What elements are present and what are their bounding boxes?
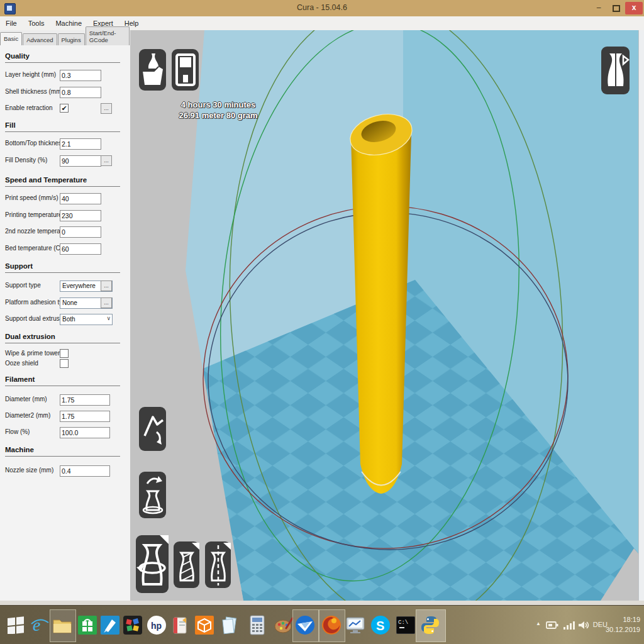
printing-temperature-input[interactable] xyxy=(60,210,101,221)
power-icon[interactable] xyxy=(546,621,558,632)
store-icon xyxy=(78,616,97,635)
save-toolpath-icon xyxy=(172,51,199,89)
volume-icon[interactable] xyxy=(579,621,590,632)
print-estimate: 4 hours 30 minutes 26.91 meter 80 gram xyxy=(149,99,287,121)
setting-row: Enable retraction ✔ ... xyxy=(5,103,125,116)
window-bottom-edge xyxy=(0,601,644,605)
system-monitor-icon[interactable] xyxy=(345,614,366,636)
second-nozzle-temperature-input[interactable] xyxy=(60,226,101,238)
palette-icon xyxy=(274,616,294,635)
retraction-more-button[interactable]: ... xyxy=(101,103,112,114)
terminal-icon: C:\ xyxy=(396,616,415,634)
setting-row: Bottom/Top thickness (mm) xyxy=(5,138,125,151)
menu-machine[interactable]: Machine xyxy=(50,16,87,30)
section-title: Filament xyxy=(0,375,130,384)
chevron-down-icon: ∨ xyxy=(106,315,111,321)
enable-retraction-checkbox[interactable]: ✔ xyxy=(60,104,69,113)
cube-icon xyxy=(195,616,214,635)
fill-more-button[interactable]: ... xyxy=(101,155,112,166)
internet-explorer-icon[interactable]: e xyxy=(29,614,50,636)
setting-label: Flow (%) xyxy=(5,428,30,435)
network-icon[interactable] xyxy=(564,621,575,632)
viewport-3d[interactable]: 4 hours 30 minutes 26.91 meter 80 gram xyxy=(130,30,638,601)
support-more-button[interactable]: ... xyxy=(101,280,112,291)
tab-advanced[interactable]: Advanced xyxy=(23,33,57,45)
fill-density-input[interactable] xyxy=(60,155,101,167)
rocket-icon xyxy=(101,616,119,635)
file-explorer-icon[interactable] xyxy=(52,614,73,636)
setting-label: Wipe & prime tower xyxy=(5,350,60,357)
restore-button[interactable] xyxy=(608,2,625,14)
bottom-top-thickness-input[interactable] xyxy=(60,138,101,150)
section-machine: Machine Nozzle size (mm) xyxy=(0,445,130,457)
nozzle-size-input[interactable] xyxy=(60,465,110,477)
rotate-reset-button[interactable] xyxy=(139,407,166,451)
windows-store-icon[interactable] xyxy=(77,614,98,636)
windows-start-button[interactable] xyxy=(5,614,26,636)
mirror-tool-button[interactable] xyxy=(205,541,231,588)
rocket-app-icon[interactable] xyxy=(99,614,121,636)
load-model-button[interactable] xyxy=(139,49,166,91)
rotate-reset-icon xyxy=(140,409,166,448)
menu-tools[interactable]: Tools xyxy=(23,16,50,30)
section-title: Machine xyxy=(0,445,130,455)
paint-app-icon[interactable] xyxy=(273,614,294,636)
settings-panel: Quality Layer height (mm) Shell thicknes… xyxy=(0,45,131,601)
tab-plugins[interactable]: Plugins xyxy=(58,33,85,45)
window-controls: – x xyxy=(590,2,643,14)
taskbar: e xyxy=(0,605,644,644)
filament-diameter2-input[interactable] xyxy=(60,411,110,422)
filament-diameter-input[interactable] xyxy=(60,394,110,406)
cura-window: Cura - 15.04.6 – x File Tools Machine Ex… xyxy=(0,0,644,644)
rotate-tool-button[interactable] xyxy=(136,535,169,593)
close-button[interactable]: x xyxy=(625,2,643,14)
shapes-app-icon[interactable] xyxy=(122,614,143,636)
view-mode-icon xyxy=(602,48,630,92)
flow-input[interactable] xyxy=(60,427,110,438)
window-right-edge xyxy=(638,30,644,601)
firefox-icon[interactable] xyxy=(321,614,342,636)
window-title: Cura - 15.04.6 xyxy=(0,3,644,12)
lay-flat-button[interactable] xyxy=(139,472,166,518)
view-mode-button[interactable] xyxy=(601,47,630,94)
python-icon[interactable] xyxy=(419,614,441,636)
hp-logo-icon: hp xyxy=(147,615,167,635)
shell-thickness-input[interactable] xyxy=(60,87,101,98)
thunderbird-icon[interactable] xyxy=(294,614,316,636)
taskbar-clock[interactable]: 18:19 30.12.2019 xyxy=(596,614,640,635)
ie-icon: e xyxy=(30,615,50,635)
layer-height-input[interactable] xyxy=(60,70,101,81)
monitor-chart-icon xyxy=(345,616,365,635)
mail-app-icon[interactable] xyxy=(170,614,191,636)
ooze-shield-checkbox[interactable] xyxy=(60,359,69,368)
save-toolpath-button[interactable] xyxy=(172,49,199,91)
setting-row: Nozzle size (mm) xyxy=(5,465,125,478)
wipe-prime-tower-checkbox[interactable] xyxy=(60,349,69,358)
hidden-icons-button[interactable]: ▲ xyxy=(536,621,541,626)
calculator-icon[interactable] xyxy=(247,614,268,636)
minimize-button[interactable]: – xyxy=(590,2,608,14)
section-dual-extrusion: Dual extrusion Wipe & prime tower Ooze s… xyxy=(0,332,130,343)
support-dual-extrusion-select[interactable]: Both ∨ xyxy=(60,314,113,325)
menu-file[interactable]: File xyxy=(0,16,23,30)
setting-row: Flow (%) xyxy=(5,427,125,440)
tab-basic[interactable]: Basic xyxy=(0,32,22,45)
bed-temperature-input[interactable] xyxy=(60,243,101,255)
box-app-icon[interactable] xyxy=(194,614,215,636)
model-body xyxy=(351,135,411,494)
skype-logo-icon: S xyxy=(370,615,391,635)
setting-label: Diameter2 (mm) xyxy=(5,412,50,419)
command-prompt-icon[interactable]: C:\ xyxy=(395,614,416,636)
material-usage: 26.91 meter 80 gram xyxy=(149,110,287,121)
svg-text:hp: hp xyxy=(151,621,162,631)
print-speed-input[interactable] xyxy=(60,193,101,204)
tab-start-end-gcode[interactable]: Start/End-GCode xyxy=(86,26,130,45)
adhesion-more-button[interactable]: ... xyxy=(101,297,112,308)
scale-tool-button[interactable] xyxy=(174,541,199,588)
windows-logo-icon xyxy=(7,616,25,634)
hp-icon[interactable]: hp xyxy=(146,614,167,636)
svg-text:C:\: C:\ xyxy=(398,619,408,626)
section-title: Dual extrusion xyxy=(0,332,130,341)
skype-icon[interactable]: S xyxy=(370,614,391,636)
notes-app-icon[interactable] xyxy=(219,614,240,636)
